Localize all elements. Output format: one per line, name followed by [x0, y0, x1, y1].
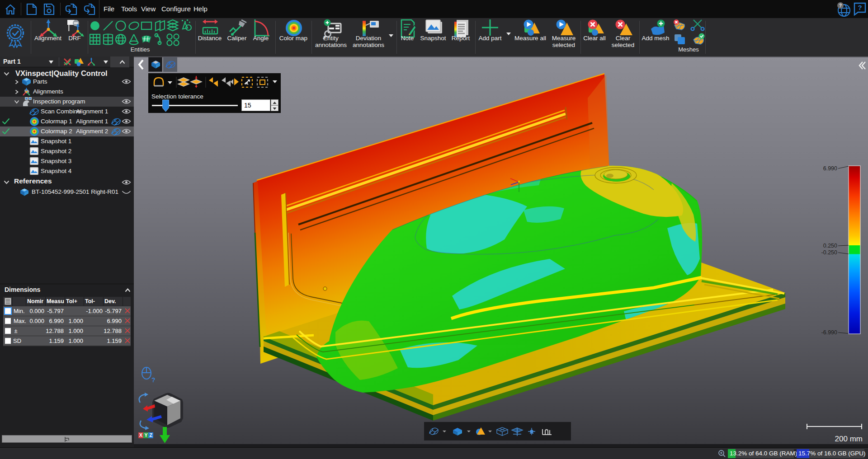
svg-text:Z: Z: [150, 432, 153, 438]
svg-text:?: ?: [151, 376, 156, 384]
svg-text:?: ?: [858, 4, 862, 11]
svg-text:6.990: 6.990: [823, 165, 837, 172]
svg-text:X: X: [139, 432, 142, 438]
svg-text:-0.250: -0.250: [821, 249, 837, 256]
svg-text:-6.990: -6.990: [821, 329, 837, 336]
svg-text:Y: Y: [145, 432, 148, 438]
svg-text:200 mm: 200 mm: [835, 435, 863, 443]
svg-text:?: ?: [839, 3, 842, 8]
svg-text:0.250: 0.250: [823, 243, 837, 249]
